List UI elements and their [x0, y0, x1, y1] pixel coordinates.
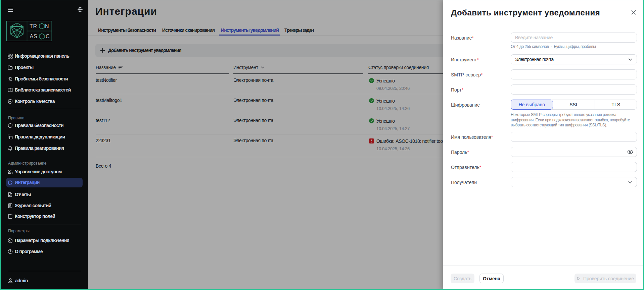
svg-text:A: A	[30, 34, 34, 39]
svg-text:T: T	[30, 23, 33, 29]
svg-text:N: N	[45, 23, 49, 29]
svg-text:S: S	[34, 34, 37, 39]
svg-text:C: C	[46, 34, 50, 39]
svg-text:R: R	[33, 23, 37, 29]
